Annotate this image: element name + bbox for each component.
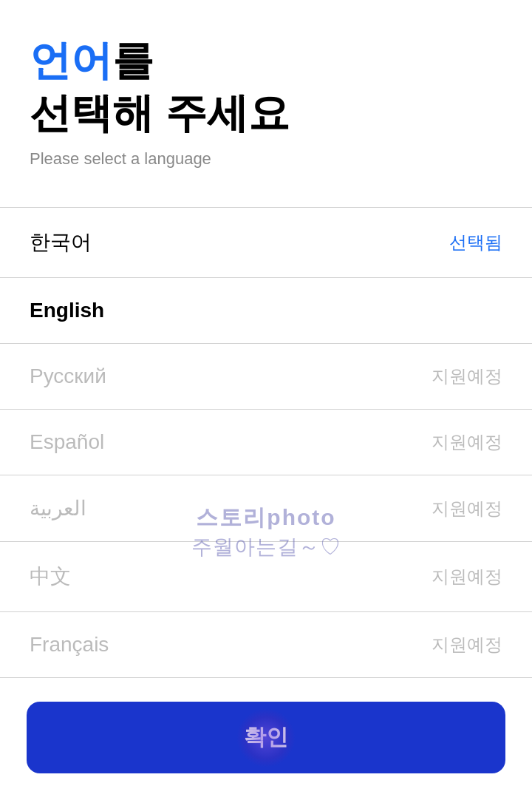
language-status-russian: 지원예정 bbox=[432, 365, 502, 388]
confirm-button[interactable]: 확인 bbox=[27, 702, 505, 773]
title-suffix: 를 bbox=[112, 37, 154, 84]
language-status-french: 지원예정 bbox=[432, 633, 502, 657]
language-item-arabic[interactable]: العربية 지원예정 bbox=[0, 475, 532, 542]
language-name-spanish: Español bbox=[30, 430, 104, 454]
language-item-russian[interactable]: Русский 지원예정 bbox=[0, 344, 532, 410]
language-list: 한국어 선택됨 English Русский 지원예정 Español 지원예… bbox=[0, 208, 532, 678]
language-name-korean: 한국어 bbox=[30, 228, 92, 257]
language-name-english: English bbox=[30, 299, 104, 322]
language-item-spanish[interactable]: Español 지원예정 bbox=[0, 410, 532, 475]
language-name-arabic: العربية bbox=[30, 496, 86, 521]
bottom-button-area: 확인 bbox=[0, 690, 532, 800]
page-title: 언어를 bbox=[30, 35, 502, 85]
language-item-french[interactable]: Français 지원예정 bbox=[0, 612, 532, 678]
language-status-korean: 선택됨 bbox=[449, 231, 502, 254]
language-item-korean[interactable]: 한국어 선택됨 bbox=[0, 208, 532, 278]
language-status-arabic: 지원예정 bbox=[432, 497, 502, 521]
title-line2-text: 선택해 주세요 bbox=[30, 89, 290, 136]
language-item-english[interactable]: English bbox=[0, 278, 532, 344]
page-container: 언어를 선택해 주세요 Please select a language 한국어… bbox=[0, 0, 532, 767]
title-blue-part: 언어 bbox=[30, 37, 112, 84]
language-status-spanish: 지원예정 bbox=[432, 430, 502, 454]
header: 언어를 선택해 주세요 Please select a language bbox=[0, 0, 532, 189]
language-status-chinese: 지원예정 bbox=[432, 565, 502, 589]
subtitle-text: Please select a language bbox=[30, 149, 502, 169]
language-name-french: Français bbox=[30, 633, 109, 657]
title-line2: 선택해 주세요 bbox=[30, 88, 502, 138]
language-name-chinese: 中文 bbox=[30, 563, 71, 591]
language-item-chinese[interactable]: 中文 지원예정 bbox=[0, 542, 532, 612]
language-name-russian: Русский bbox=[30, 365, 106, 388]
